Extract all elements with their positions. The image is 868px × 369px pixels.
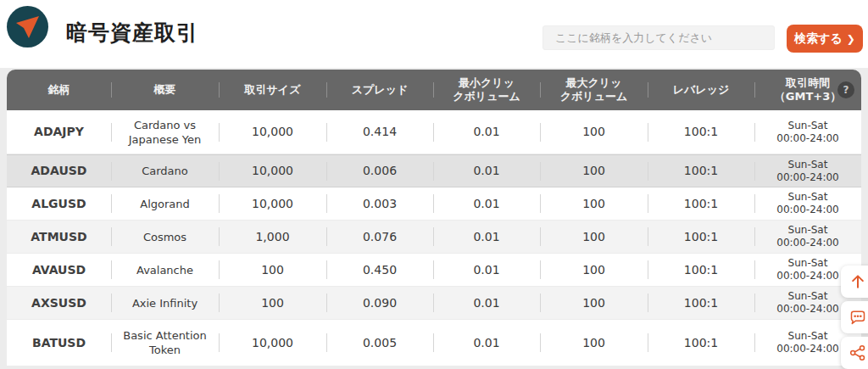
cell-symbol: AXSUSD — [7, 287, 111, 319]
chevron-right-icon: ❯ — [847, 33, 855, 45]
brand-logo-arrow-icon — [7, 6, 48, 48]
cell-trading-hours: Sun-Sat 00:00-24:00 — [754, 187, 861, 220]
chat-button[interactable] — [841, 301, 868, 333]
table-row[interactable]: ATMUSD Cosmos 1,000 0.076 0.01 100 100:1… — [7, 221, 861, 254]
search-button-label: 検索する — [794, 31, 843, 47]
cell-leverage: 100:1 — [648, 254, 754, 286]
cell-leverage: 100:1 — [648, 221, 754, 253]
chat-bubble-icon — [849, 309, 866, 326]
cell-symbol: ATMUSD — [7, 221, 111, 253]
top-bar: 暗号資産取引 検索する ❯ — [0, 0, 868, 68]
cell-description: Cosmos — [111, 221, 219, 253]
cell-trade-size: 10,000 — [219, 320, 326, 366]
cell-description: Axie Infinity — [111, 287, 219, 319]
cell-spread: 0.450 — [326, 254, 433, 286]
col-header-spread: スプレッド — [326, 70, 433, 110]
col-header-trade-size: 取引サイズ — [219, 70, 326, 110]
cell-spread: 0.006 — [326, 155, 433, 187]
col-header-symbol: 銘柄 — [7, 70, 111, 110]
cell-trade-size: 10,000 — [219, 155, 326, 187]
cell-description: Avalanche — [111, 254, 219, 286]
cell-min-click: 0.01 — [433, 187, 540, 220]
share-icon — [849, 344, 866, 361]
cell-trading-hours: Sun-Sat 00:00-24:00 — [754, 110, 861, 154]
cell-max-click: 100 — [540, 110, 648, 154]
cell-symbol: BATUSD — [7, 320, 111, 366]
cell-description: Basic Attention Token — [111, 320, 219, 366]
cell-spread: 0.005 — [326, 320, 433, 366]
cell-leverage: 100:1 — [648, 287, 754, 319]
cell-trade-size: 100 — [219, 287, 326, 319]
table-row[interactable]: BATUSD Basic Attention Token 10,000 0.00… — [7, 320, 861, 366]
cell-trading-hours: Sun-Sat 00:00-24:00 — [754, 155, 861, 187]
cell-trade-size: 10,000 — [219, 187, 326, 220]
cell-trading-hours: Sun-Sat 00:00-24:00 — [754, 221, 861, 253]
floating-action-stack — [841, 266, 868, 369]
brand-logo — [7, 6, 48, 48]
symbol-search-input[interactable] — [542, 25, 775, 50]
cell-min-click: 0.01 — [433, 110, 540, 154]
cell-description: Algorand — [111, 187, 219, 220]
cell-trade-size: 100 — [219, 254, 326, 286]
cell-description: Cardano vs Japanese Yen — [111, 110, 219, 154]
cell-spread: 0.414 — [326, 110, 433, 154]
cell-spread: 0.003 — [326, 187, 433, 220]
cell-spread: 0.090 — [326, 287, 433, 319]
cell-spread: 0.076 — [326, 221, 433, 253]
col-header-leverage: レバレッジ — [648, 70, 754, 110]
cell-trade-size: 10,000 — [219, 110, 326, 154]
cell-trade-size: 1,000 — [219, 221, 326, 253]
help-icon[interactable]: ? — [837, 81, 854, 98]
arrow-up-icon — [849, 273, 866, 290]
instruments-table: 銘柄 概要 取引サイズ スプレッド 最小クリッ クボリューム 最大クリッ クボリ… — [7, 70, 861, 366]
search-button[interactable]: 検索する ❯ — [787, 25, 863, 53]
cell-max-click: 100 — [540, 320, 648, 366]
table-row[interactable]: ADAJPY Cardano vs Japanese Yen 10,000 0.… — [7, 110, 861, 154]
cell-max-click: 100 — [540, 287, 648, 319]
cell-min-click: 0.01 — [433, 320, 540, 366]
cell-max-click: 100 — [540, 155, 648, 187]
table-row[interactable]: AXSUSD Axie Infinity 100 0.090 0.01 100 … — [7, 287, 861, 320]
table-row[interactable]: ADAUSD Cardano 10,000 0.006 0.01 100 100… — [7, 154, 861, 187]
cell-symbol: ADAJPY — [7, 110, 111, 154]
cell-symbol: ADAUSD — [7, 155, 111, 187]
cell-leverage: 100:1 — [648, 110, 754, 154]
cell-description: Cardano — [111, 155, 219, 187]
cell-leverage: 100:1 — [648, 155, 754, 187]
table-row[interactable]: ALGUSD Algorand 10,000 0.003 0.01 100 10… — [7, 187, 861, 221]
cell-symbol: ALGUSD — [7, 187, 111, 220]
cell-symbol: AVAUSD — [7, 254, 111, 286]
cell-max-click: 100 — [540, 221, 648, 253]
page-title: 暗号資産取引 — [66, 19, 198, 47]
col-header-min-click-volume: 最小クリッ クボリューム — [433, 70, 540, 110]
cell-max-click: 100 — [540, 187, 648, 220]
cell-min-click: 0.01 — [433, 221, 540, 253]
cell-leverage: 100:1 — [648, 320, 754, 366]
cell-min-click: 0.01 — [433, 155, 540, 187]
cell-min-click: 0.01 — [433, 254, 540, 286]
cell-leverage: 100:1 — [648, 187, 754, 220]
table-row[interactable]: AVAUSD Avalanche 100 0.450 0.01 100 100:… — [7, 254, 861, 287]
scroll-to-top-button[interactable] — [841, 266, 868, 298]
col-header-max-click-volume: 最大クリッ クボリューム — [540, 70, 648, 110]
col-header-description: 概要 — [111, 70, 219, 110]
cell-min-click: 0.01 — [433, 287, 540, 319]
table-header-row: 銘柄 概要 取引サイズ スプレッド 最小クリッ クボリューム 最大クリッ クボリ… — [7, 70, 861, 110]
share-button[interactable] — [841, 337, 868, 369]
cell-max-click: 100 — [540, 254, 648, 286]
